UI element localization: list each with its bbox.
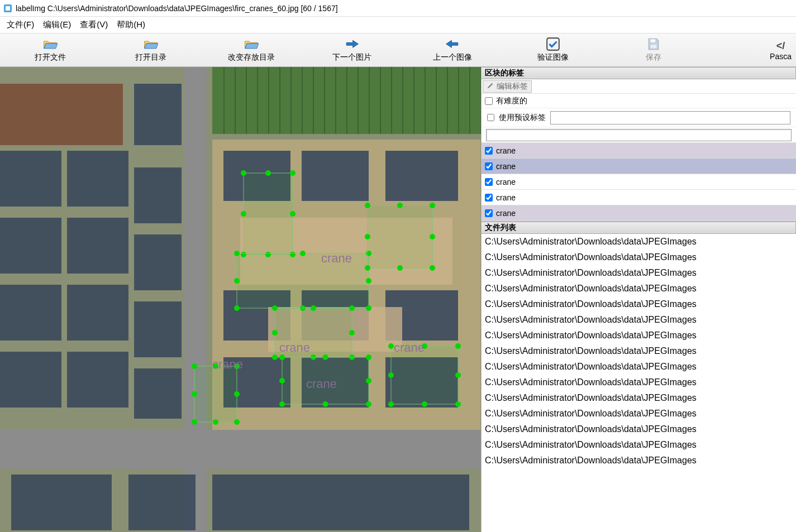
svg-text:crane: crane bbox=[212, 357, 243, 371]
edit-label-button[interactable]: 编辑标签 bbox=[483, 80, 532, 93]
svg-point-62 bbox=[241, 170, 246, 176]
svg-rect-34 bbox=[0, 151, 61, 207]
file-list-item[interactable]: C:\Users\Administrator\Downloads\data\JP… bbox=[482, 265, 796, 281]
file-list-item[interactable]: C:\Users\Administrator\Downloads\data\JP… bbox=[482, 328, 796, 343]
svg-rect-43 bbox=[134, 167, 182, 223]
floppy-icon bbox=[646, 38, 661, 50]
svg-point-72 bbox=[234, 305, 240, 311]
next-image-label: 下一个图片 bbox=[332, 52, 371, 63]
use-default-label-checkbox[interactable] bbox=[487, 114, 494, 121]
verify-image-button[interactable]: 验证图像 bbox=[503, 33, 603, 67]
svg-rect-3 bbox=[651, 39, 656, 42]
label-list-item[interactable]: crane bbox=[482, 159, 796, 174]
file-list-item[interactable]: C:\Users\Administrator\Downloads\data\JP… bbox=[482, 390, 796, 406]
image-canvas[interactable]: cranecranecranecranecrane bbox=[0, 67, 482, 532]
menu-file[interactable]: 文件(F) bbox=[7, 20, 34, 30]
menu-help[interactable]: 帮助(H) bbox=[117, 20, 145, 30]
svg-rect-59 bbox=[212, 475, 469, 530]
svg-rect-7 bbox=[223, 67, 225, 134]
open-file-button[interactable]: 打开文件 bbox=[0, 33, 101, 67]
preset-label-input[interactable] bbox=[550, 111, 790, 124]
canvas-area[interactable]: cranecranecranecranecrane bbox=[0, 67, 482, 532]
bounding-box[interactable] bbox=[368, 205, 432, 268]
file-list-item[interactable]: C:\Users\Administrator\Downloads\data\JP… bbox=[482, 375, 796, 390]
file-list-item[interactable]: C:\Users\Administrator\Downloads\data\JP… bbox=[482, 281, 796, 296]
svg-point-103 bbox=[388, 372, 394, 378]
next-image-button[interactable]: 下一个图片 bbox=[302, 33, 402, 67]
file-list-item[interactable]: C:\Users\Administrator\Downloads\data\JP… bbox=[482, 296, 796, 312]
label-checkbox[interactable] bbox=[485, 162, 493, 170]
menubar: 文件(F) 编辑(E) 查看(V) 帮助(H) bbox=[0, 17, 796, 33]
label-search-input[interactable] bbox=[486, 129, 792, 141]
format-button[interactable]: </ Pasca bbox=[770, 33, 792, 67]
svg-rect-58 bbox=[128, 475, 196, 530]
bounding-box[interactable] bbox=[194, 366, 237, 422]
file-list-item[interactable]: C:\Users\Administrator\Downloads\data\JP… bbox=[482, 406, 796, 421]
checkbox-icon bbox=[546, 38, 560, 50]
verify-image-label: 验证图像 bbox=[537, 52, 569, 63]
svg-point-101 bbox=[366, 401, 371, 407]
annotation-overlay[interactable]: cranecranecranecranecrane bbox=[0, 67, 482, 532]
label-checkbox[interactable] bbox=[485, 209, 493, 217]
label-name: crane bbox=[496, 178, 516, 186]
menu-edit[interactable]: 编辑(E) bbox=[43, 20, 71, 30]
label-list-item[interactable]: crane bbox=[482, 174, 796, 190]
edit-label-text: 编辑标签 bbox=[497, 82, 528, 92]
label-checkbox[interactable] bbox=[485, 178, 493, 186]
file-list-item[interactable]: C:\Users\Administrator\Downloads\data\JP… bbox=[482, 437, 796, 453]
svg-rect-30 bbox=[480, 67, 482, 134]
svg-point-89 bbox=[311, 305, 316, 311]
file-list-item[interactable]: C:\Users\Administrator\Downloads\data\JP… bbox=[482, 359, 796, 375]
change-save-dir-button[interactable]: 改变存放目录 bbox=[201, 33, 302, 67]
svg-point-108 bbox=[455, 372, 461, 378]
label-checkbox[interactable] bbox=[485, 194, 493, 202]
label-name: crane bbox=[496, 209, 516, 218]
file-list-item[interactable]: C:\Users\Administrator\Downloads\data\JP… bbox=[482, 343, 796, 359]
svg-point-100 bbox=[366, 378, 371, 384]
svg-point-79 bbox=[365, 234, 370, 239]
svg-point-82 bbox=[397, 265, 403, 271]
label-list-item[interactable]: crane bbox=[482, 190, 796, 205]
open-dir-button[interactable]: 打开目录 bbox=[101, 33, 201, 67]
svg-point-84 bbox=[430, 234, 435, 239]
file-list[interactable]: C:\Users\Administrator\Downloads\data\JP… bbox=[482, 234, 796, 532]
svg-point-63 bbox=[241, 211, 246, 217]
bounding-box[interactable] bbox=[244, 173, 293, 255]
svg-rect-22 bbox=[391, 67, 392, 134]
label-checkbox[interactable] bbox=[485, 147, 493, 155]
svg-rect-18 bbox=[346, 67, 347, 134]
svg-text:crane: crane bbox=[321, 251, 352, 265]
svg-rect-36 bbox=[0, 218, 61, 274]
svg-rect-1 bbox=[6, 6, 10, 11]
svg-point-92 bbox=[349, 330, 355, 336]
prev-image-button[interactable]: 上一个图像 bbox=[402, 33, 503, 67]
svg-rect-42 bbox=[134, 84, 182, 145]
svg-rect-33 bbox=[0, 84, 123, 145]
svg-rect-16 bbox=[324, 67, 325, 134]
menu-view[interactable]: 查看(V) bbox=[80, 20, 108, 30]
file-list-item[interactable]: C:\Users\Administrator\Downloads\data\JP… bbox=[482, 421, 796, 437]
svg-rect-38 bbox=[0, 285, 61, 341]
difficult-label: 有难度的 bbox=[496, 96, 527, 106]
svg-point-104 bbox=[388, 401, 394, 407]
file-list-item[interactable]: C:\Users\Administrator\Downloads\data\JP… bbox=[482, 234, 796, 250]
label-list-item[interactable]: crane bbox=[482, 143, 796, 159]
difficult-row: 有难度的 bbox=[482, 94, 796, 108]
svg-rect-20 bbox=[369, 67, 370, 134]
label-list-item[interactable]: crane bbox=[482, 205, 796, 221]
label-name: crane bbox=[496, 162, 516, 171]
svg-text:crane: crane bbox=[306, 377, 337, 391]
change-save-dir-label: 改变存放目录 bbox=[228, 52, 275, 63]
file-list-panel: C:\Users\Administrator\Downloads\data\JP… bbox=[482, 234, 796, 532]
svg-point-109 bbox=[455, 401, 461, 407]
bounding-box[interactable] bbox=[391, 346, 458, 404]
svg-point-112 bbox=[192, 419, 197, 425]
svg-point-94 bbox=[279, 354, 285, 360]
label-list[interactable]: cranecranecranecranecrane bbox=[482, 143, 796, 222]
svg-point-114 bbox=[213, 419, 218, 425]
svg-rect-28 bbox=[458, 67, 459, 134]
file-list-item[interactable]: C:\Users\Administrator\Downloads\data\JP… bbox=[482, 312, 796, 328]
file-list-item[interactable]: C:\Users\Administrator\Downloads\data\JP… bbox=[482, 453, 796, 468]
file-list-item[interactable]: C:\Users\Administrator\Downloads\data\JP… bbox=[482, 250, 796, 265]
difficult-checkbox[interactable] bbox=[485, 97, 493, 105]
